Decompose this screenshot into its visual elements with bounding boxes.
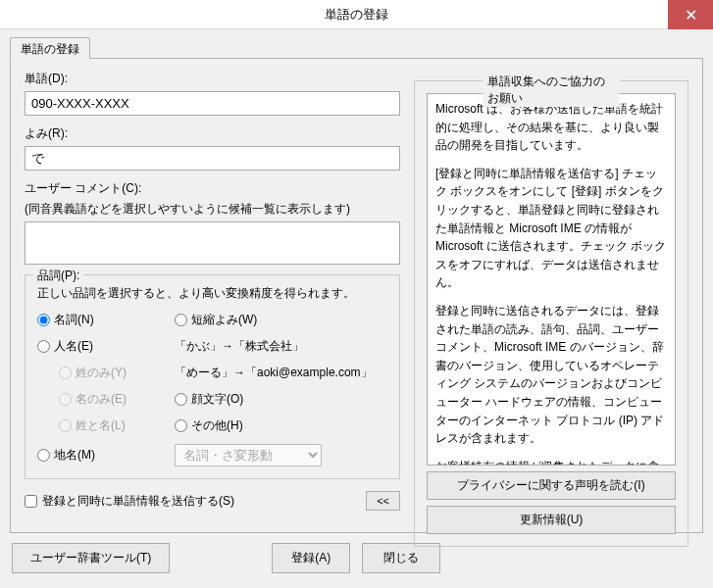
update-info-button[interactable]: 更新情報(U) — [427, 506, 676, 534]
info-p3: 登録と同時に送信されるデータには、登録された単語の読み、語句、品詞、ユーザー コ… — [435, 302, 667, 448]
right-column: 単語収集へのご協力のお願い Microsoft は、お客様が送信した単語を統計的… — [414, 71, 688, 520]
radio-full-name: 姓と名(L) — [59, 417, 175, 434]
info-p1: Microsoft は、お客様が送信した単語を統計的に処理し、その結果を基に、よ… — [435, 100, 667, 155]
collapse-button[interactable]: << — [366, 491, 400, 511]
title-bar: 単語の登録 ✕ — [0, 0, 713, 29]
reading-label: よみ(R): — [25, 125, 400, 142]
pos-grid: 名詞(N) 短縮よみ(W) 人名(E) 「かぶ」→「株式会社」 — [37, 312, 387, 466]
person-subgroup-2: 名のみ(E) — [37, 391, 175, 408]
radio-other-input[interactable] — [175, 419, 187, 432]
comment-input[interactable] — [25, 221, 400, 265]
radio-abbrev[interactable]: 短縮よみ(W) — [175, 312, 387, 328]
send-checkbox[interactable]: 登録と同時に単語情報を送信する(S) — [25, 493, 234, 510]
info-p2: [登録と同時に単語情報を送信する] チェック ボックスをオンにして [登録] ボ… — [435, 165, 667, 292]
radio-place[interactable]: 地名(M) — [37, 447, 175, 464]
radio-face[interactable]: 顔文字(O) — [175, 391, 387, 408]
radio-other[interactable]: その他(H) — [175, 417, 387, 434]
comment-hint: (同音異義語などを選択しやすいように候補一覧に表示します) — [25, 201, 400, 218]
radio-noun[interactable]: 名詞(N) — [37, 312, 175, 328]
radio-other-label: その他(H) — [191, 417, 243, 434]
radio-place-input[interactable] — [37, 449, 50, 462]
radio-person-input[interactable] — [37, 340, 50, 353]
radio-surname-only: 姓のみ(Y) — [59, 365, 175, 381]
info-p4: お客様特有の情報が収集されたデータに含まれることがあります。このような情報が存在… — [435, 458, 667, 466]
privacy-button[interactable]: プライバシーに関する声明を読む(I) — [427, 471, 676, 500]
register-button[interactable]: 登録(A) — [272, 543, 350, 573]
radio-abbrev-input[interactable] — [175, 314, 187, 326]
radio-place-label: 地名(M) — [54, 447, 95, 464]
info-groupbox: 単語収集へのご協力のお願い Microsoft は、お客様が送信した単語を統計的… — [414, 80, 688, 547]
window-title: 単語の登録 — [325, 6, 388, 24]
radio-abbrev-label: 短縮よみ(W) — [191, 312, 257, 328]
word-label: 単語(D): — [25, 71, 400, 87]
radio-person-label: 人名(E) — [54, 338, 93, 355]
pos-title: 品詞(P): — [33, 268, 83, 284]
radio-given-only-label: 名のみ(E) — [76, 391, 127, 408]
send-row: 登録と同時に単語情報を送信する(S) << — [25, 491, 400, 511]
word-input[interactable] — [25, 91, 400, 116]
tab-word-register[interactable]: 単語の登録 — [10, 37, 90, 59]
info-title: 単語収集へのご協力のお願い — [484, 74, 620, 107]
other-select: 名詞・さ変形動 — [175, 444, 322, 466]
radio-noun-label: 名詞(N) — [54, 312, 94, 328]
window-body: 単語の登録 単語(D): よみ(R): ユーザー コメント(C): (同音異義語… — [0, 29, 713, 588]
close-icon[interactable]: ✕ — [668, 0, 713, 29]
radio-face-input[interactable] — [175, 393, 187, 406]
radio-person[interactable]: 人名(E) — [37, 338, 175, 355]
pos-hint: 正しい品詞を選択すると、より高い変換精度を得られます。 — [37, 285, 387, 302]
left-column: 単語(D): よみ(R): ユーザー コメント(C): (同音異義語などを選択し… — [25, 71, 400, 520]
radio-given-only: 名のみ(E) — [59, 391, 175, 408]
pos-groupbox: 品詞(P): 正しい品詞を選択すると、より高い変換精度を得られます。 名詞(N)… — [25, 274, 400, 479]
reading-input[interactable] — [25, 146, 400, 171]
radio-full-name-label: 姓と名(L) — [76, 417, 126, 434]
radio-noun-input[interactable] — [37, 314, 50, 326]
radio-given-only-input — [59, 393, 72, 406]
tab-strip: 単語の登録 — [10, 37, 703, 59]
tab-panel: 単語(D): よみ(R): ユーザー コメント(C): (同音異義語などを選択し… — [10, 58, 703, 533]
person-subgroup-3: 姓と名(L) — [37, 417, 175, 434]
radio-surname-only-label: 姓のみ(Y) — [76, 365, 127, 381]
send-checkbox-input[interactable] — [25, 495, 37, 508]
radio-full-name-input — [59, 419, 72, 432]
comment-label: ユーザー コメント(C): — [25, 180, 400, 197]
radio-surname-only-input — [59, 367, 72, 379]
radio-face-label: 顔文字(O) — [191, 391, 243, 408]
example-1: 「かぶ」→「株式会社」 — [175, 338, 387, 355]
dict-tool-button[interactable]: ユーザー辞書ツール(T) — [12, 543, 170, 573]
send-checkbox-label: 登録と同時に単語情報を送信する(S) — [42, 493, 234, 510]
close-button[interactable]: 閉じる — [362, 543, 440, 573]
info-textarea[interactable]: Microsoft は、お客様が送信した単語を統計的に処理し、その結果を基に、よ… — [427, 93, 676, 466]
person-subgroup: 姓のみ(Y) — [37, 365, 175, 381]
example-2: 「めーる」→「aoki@example.com」 — [175, 365, 387, 381]
